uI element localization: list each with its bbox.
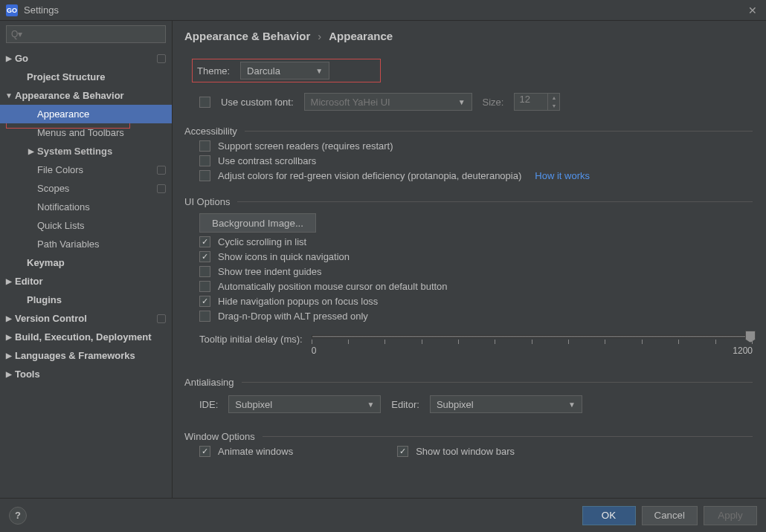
theme-value: Darcula [247,65,280,77]
tree-label: Keymap [27,257,65,268]
theme-highlight-box: Theme: Darcula ▼ [192,59,381,82]
chevron-right-icon: › [318,30,321,42]
search-input[interactable] [6,25,166,43]
aa-ide-select[interactable]: Subpixel ▼ [228,395,381,413]
cyclic-scrolling-label: Cyclic scrolling in list [218,236,306,247]
tree-item-tools[interactable]: ▶ Tools [0,365,172,383]
tree-item-appearance-behavior[interactable]: ▼ Appearance & Behavior [0,86,172,105]
contrast-scrollbars-label: Use contrast scrollbars [218,155,316,166]
chevron-right-icon: ▶ [4,314,13,322]
theme-select[interactable]: Darcula ▼ [240,62,329,80]
show-toolbars-checkbox[interactable] [397,446,408,457]
section-title-text: Antialiasing [184,377,234,388]
tooltip-delay-label: Tooltip initial delay (ms): [199,334,303,345]
adjust-colors-checkbox[interactable] [199,170,210,181]
chevron-down-icon: ▼ [458,98,466,106]
tree-label: Version Control [15,313,87,324]
tree-item-scopes[interactable]: Scopes [0,179,172,198]
slider-min: 0 [312,346,317,356]
font-size-stepper[interactable]: ▲▼ [548,93,560,111]
tooltip-delay-slider[interactable]: 0 1200 [312,332,753,354]
window-title: Settings [24,4,59,16]
project-settings-icon [157,166,166,175]
tree-item-notifications[interactable]: Notifications [0,198,172,216]
ok-button[interactable]: OK [582,506,636,525]
auto-cursor-label: Automatically position mouse cursor on d… [218,281,448,292]
tree-indent-checkbox[interactable] [199,266,210,277]
tree-item-build[interactable]: ▶ Build, Execution, Deployment [0,328,172,346]
tree-label: File Colors [37,164,83,175]
tree-item-version-control[interactable]: ▶ Version Control [0,309,172,328]
tree-item-lang-fw[interactable]: ▶ Languages & Frameworks [0,346,172,365]
chevron-right-icon: ▶ [4,370,13,378]
tree-label: System Settings [37,146,112,157]
tree-label: Notifications [37,201,90,213]
background-image-button[interactable]: Background Image... [199,213,316,233]
how-it-works-link[interactable]: How it works [535,170,590,181]
apply-button[interactable]: Apply [704,506,757,525]
dnd-alt-checkbox[interactable] [199,311,210,322]
font-family-select[interactable]: Microsoft YaHei UI ▼ [304,93,472,111]
chevron-right-icon: ▶ [4,54,13,62]
close-icon[interactable]: ✕ [745,3,760,18]
tree-item-keymap[interactable]: Keymap [0,253,172,272]
cyclic-scrolling-checkbox[interactable] [199,236,210,247]
aa-ide-label: IDE: [199,399,218,410]
animate-windows-label: Animate windows [218,446,293,457]
cancel-button[interactable]: Cancel [642,506,698,525]
chevron-down-icon: ▼ [315,67,323,75]
tree-item-editor[interactable]: ▶ Editor [0,272,172,291]
aa-editor-value: Subpixel [437,399,474,410]
section-accessibility: Accessibility [184,126,753,137]
breadcrumb-current: Appearance [329,30,393,42]
chevron-down-icon: ▼ [367,400,374,409]
animate-windows-checkbox[interactable] [199,446,210,457]
aa-editor-select[interactable]: Subpixel ▼ [430,395,582,413]
tree-indent-label: Show tree indent guides [218,266,321,277]
tree-item-menus-toolbars[interactable]: Menus and Toolbars [0,123,172,142]
tree-label: Editor [15,276,43,287]
tree-item-plugins[interactable]: Plugins [0,291,172,309]
tree-item-go[interactable]: ▶ Go [0,49,172,68]
titlebar: GO Settings ✕ [0,0,766,21]
breadcrumb: Appearance & Behavior › Appearance [184,30,753,42]
tree-item-quick-lists[interactable]: Quick Lists [0,216,172,235]
help-button[interactable]: ? [9,507,27,525]
app-logo-icon: GO [6,4,18,16]
show-toolbars-label: Show tool window bars [416,446,515,457]
tree-label: Languages & Frameworks [15,350,135,361]
chevron-right-icon: ▶ [27,147,36,155]
use-custom-font-checkbox[interactable] [199,97,210,108]
chevron-down-icon: ▼ [568,400,576,409]
tree-item-system-settings[interactable]: ▶ System Settings [0,142,172,160]
quicknav-icons-label: Show icons in quick navigation [218,251,350,262]
slider-max: 1200 [733,346,753,356]
dnd-alt-label: Drag-n-Drop with ALT pressed only [218,311,368,322]
font-size-input[interactable]: 12 [514,93,548,111]
section-ui-options: UI Options [184,196,753,207]
font-size-label: Size: [483,97,504,108]
aa-editor-label: Editor: [391,399,419,410]
tree-label: Path Variables [37,239,100,250]
adjust-colors-label: Adjust colors for red-green vision defic… [218,170,521,181]
tree-label: Build, Execution, Deployment [15,331,151,343]
tree-label: Quick Lists [37,220,85,231]
settings-main-panel: Appearance & Behavior › Appearance Theme… [173,21,766,498]
auto-cursor-checkbox[interactable] [199,281,210,292]
quicknav-icons-checkbox[interactable] [199,251,210,262]
tree-item-file-colors[interactable]: File Colors [0,160,172,179]
tree-label: Plugins [27,294,62,305]
tree-item-appearance[interactable]: Appearance [0,105,172,123]
dialog-footer: ? OK Cancel Apply [0,498,766,532]
contrast-scrollbars-checkbox[interactable] [199,155,210,166]
tree-item-project-structure[interactable]: Project Structure [0,68,172,86]
screen-readers-checkbox[interactable] [199,140,210,152]
tree-label: Go [15,53,28,64]
settings-sidebar: ▶ Go Project Structure ▼ Appearance & Be… [0,21,173,498]
project-settings-icon [157,184,166,193]
hide-popups-checkbox[interactable] [199,296,210,307]
section-title-text: Window Options [184,431,255,442]
tree-item-path-variables[interactable]: Path Variables [0,235,172,253]
breadcrumb-parent: Appearance & Behavior [184,30,310,42]
chevron-right-icon: ▶ [4,277,13,285]
